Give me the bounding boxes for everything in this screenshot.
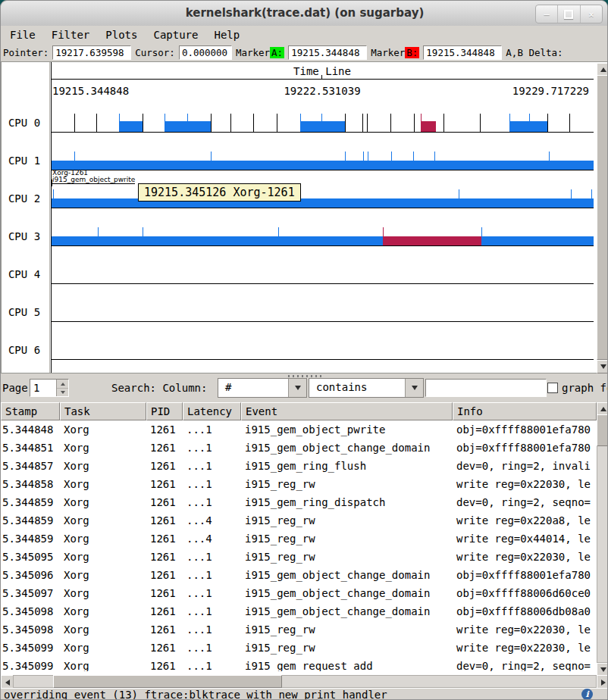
table-cell: obj=0xffff88001efa780	[453, 420, 597, 439]
scrollbar-thumb[interactable]	[597, 414, 608, 446]
info-icon: i	[581, 689, 593, 700]
dropdown-arrow[interactable]	[405, 379, 423, 397]
event-tick	[187, 114, 188, 132]
event-tick	[571, 189, 572, 198]
scrollbar-trough[interactable]	[597, 414, 608, 663]
menu-capture[interactable]: Capture	[153, 29, 198, 41]
event-tick	[300, 114, 301, 132]
table-cell: Xorg	[60, 639, 146, 657]
table-cell: 1261	[146, 566, 183, 584]
event-tick	[413, 152, 414, 161]
menu-help[interactable]: Help	[214, 29, 240, 41]
table-horizontal-scrollbar[interactable]	[1, 675, 608, 688]
delta-label: A,B Delta:	[506, 47, 563, 58]
arrow-up-icon	[600, 407, 606, 411]
menu-plots[interactable]: Plots	[105, 29, 137, 41]
event-tick	[211, 114, 212, 132]
table-cell: ...1	[183, 657, 241, 671]
dropdown-arrow[interactable]	[288, 379, 306, 397]
table-row[interactable]: 5.345098Xorg1261...1i915_reg_rwwrite reg…	[1, 620, 597, 639]
table-cell: 5.344851	[1, 439, 60, 457]
table-row[interactable]: 5.344851Xorg1261...1i915_gem_object_chan…	[1, 439, 597, 457]
table-row[interactable]: 5.345096Xorg1261...1i915_gem_object_chan…	[1, 566, 597, 584]
kernelshark-window: kernelshark(trace.dat) (on sugarbay) – ✕…	[0, 0, 608, 700]
search-input[interactable]	[425, 379, 547, 397]
scrollbar-thumb[interactable]	[53, 675, 282, 688]
table-cell: dev=0, ring=2, seqno=	[453, 493, 597, 511]
event-tick	[143, 227, 143, 236]
close-icon: ✕	[588, 9, 594, 20]
table-cell: write reg=0x22030, le	[453, 639, 597, 657]
event-tick	[53, 189, 54, 198]
table-cell: 1261	[146, 439, 183, 457]
page-spinbox[interactable]	[30, 379, 69, 397]
close-button[interactable]: ✕	[580, 5, 602, 23]
table-cell: 5.344857	[1, 457, 60, 475]
table-cell: Xorg	[60, 548, 146, 566]
table-cell: ...4	[183, 530, 241, 548]
table-row[interactable]: 5.344859Xorg1261...4i915_reg_rwwrite reg…	[1, 511, 597, 530]
task-bar	[52, 198, 594, 208]
minimize-icon: –	[544, 9, 550, 20]
task-bar	[421, 121, 436, 132]
chevron-down-icon	[412, 386, 418, 390]
table-cell: 5.344859	[1, 511, 60, 530]
event-tick	[421, 114, 422, 132]
table-row[interactable]: 5.345097Xorg1261...1i915_gem_object_chan…	[1, 584, 597, 602]
table-vertical-scrollbar[interactable]	[597, 402, 608, 675]
table-row[interactable]: 5.344848Xorg1261...1i915_gem_object_pwri…	[1, 420, 597, 439]
table-cell: ...1	[183, 420, 241, 439]
event-tick	[363, 152, 364, 161]
table-cell: ...1	[183, 620, 241, 639]
page-input[interactable]	[31, 380, 58, 395]
minimize-button[interactable]: –	[536, 5, 557, 23]
column-dropdown[interactable]: #	[218, 378, 307, 398]
titlebar[interactable]: kernelshark(trace.dat) (on sugarbay) – ✕	[1, 1, 608, 27]
operator-dropdown[interactable]: contains	[309, 378, 424, 398]
graph-follows-checkbox[interactable]	[547, 383, 558, 393]
table-cell: Xorg	[60, 584, 146, 602]
table-cell: i915_gem_object_change_domain	[241, 439, 453, 457]
pane-splitter-handle[interactable]	[288, 375, 321, 377]
table-cell: Xorg	[60, 620, 146, 639]
chevron-down-icon	[295, 386, 301, 390]
status-message: overriding event (13) ftrace:blktrace wi…	[4, 689, 387, 700]
table-cell: ...1	[183, 639, 241, 657]
table-row[interactable]: 5.345099Xorg1261...1i915_reg_rwwrite reg…	[1, 639, 597, 657]
table-row[interactable]: 5.345099Xorg1261...1i915_gem_request_add…	[1, 657, 597, 671]
table-row[interactable]: 5.345098Xorg1261...1i915_gem_object_chan…	[1, 602, 597, 620]
maximize-button[interactable]	[557, 5, 579, 23]
event-tick	[383, 227, 384, 236]
page-label: Page	[2, 382, 28, 394]
table-cell: 1261	[146, 602, 183, 620]
spin-down-button[interactable]	[57, 388, 68, 396]
menu-filter[interactable]: Filter	[52, 29, 90, 41]
cpu-baseline	[52, 208, 594, 208]
table-row[interactable]: 5.344859Xorg1261...1i915_gem_ring_dispat…	[1, 493, 597, 511]
event-tick	[591, 189, 592, 198]
table-cell: i915_reg_rw	[241, 530, 453, 548]
cpu-baseline	[52, 359, 594, 360]
event-tick	[443, 114, 444, 132]
table-row[interactable]: 5.344859Xorg1261...4i915_reg_rwwrite reg…	[1, 530, 597, 548]
table-row[interactable]: 5.344858Xorg1261...1i915_reg_rwwrite reg…	[1, 475, 597, 493]
event-tick	[569, 114, 570, 132]
table-cell: i915_reg_rw	[241, 639, 453, 657]
table-cell: Xorg	[60, 530, 146, 548]
menu-file[interactable]: File	[10, 29, 36, 41]
timeline-plot[interactable]	[51, 62, 594, 373]
table-cell: dev=0, ring=2, seqno=	[453, 657, 597, 671]
table-cell: write reg=0x22030, le	[453, 620, 597, 639]
cpu-label: CPU 2	[2, 192, 47, 205]
table-cell: 5.344848	[1, 420, 60, 439]
cpu-label: CPU 0	[2, 117, 47, 129]
search-column-label: Search: Column:	[111, 382, 207, 394]
scrollbar-thumb[interactable]	[597, 75, 608, 360]
table-cell: write reg=0x44014, le	[453, 530, 597, 548]
table-row[interactable]: 5.344857Xorg1261...1i915_gem_ring_flushd…	[1, 457, 597, 475]
table-row[interactable]: 5.345095Xorg1261...1i915_reg_rwwrite reg…	[1, 548, 597, 566]
graph-vertical-scrollbar[interactable]	[597, 62, 608, 373]
scroll-down-button[interactable]	[597, 360, 608, 373]
event-tick	[211, 152, 212, 161]
arrow-up-icon	[600, 67, 606, 72]
